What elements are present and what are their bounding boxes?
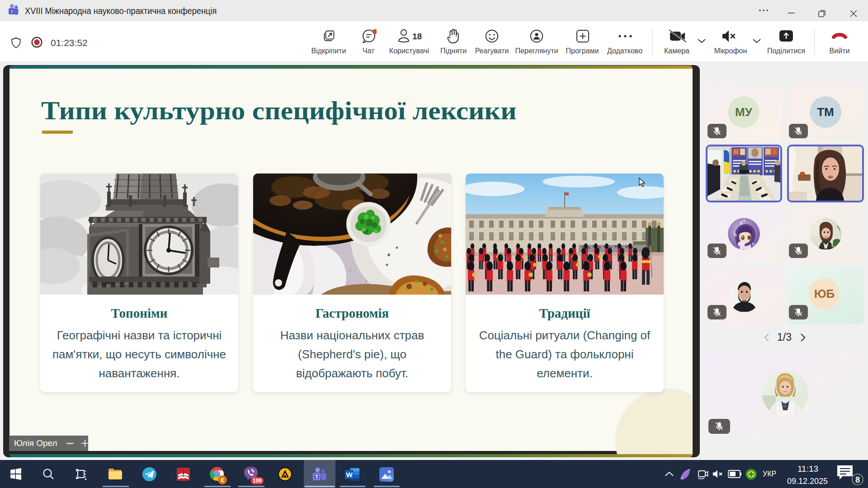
svg-text:199: 199 xyxy=(253,478,262,484)
svg-text:8: 8 xyxy=(855,475,860,484)
svg-text:T: T xyxy=(315,474,318,479)
svg-text:€: € xyxy=(221,477,224,483)
svg-text:T: T xyxy=(10,9,13,14)
svg-text:W: W xyxy=(346,471,353,479)
